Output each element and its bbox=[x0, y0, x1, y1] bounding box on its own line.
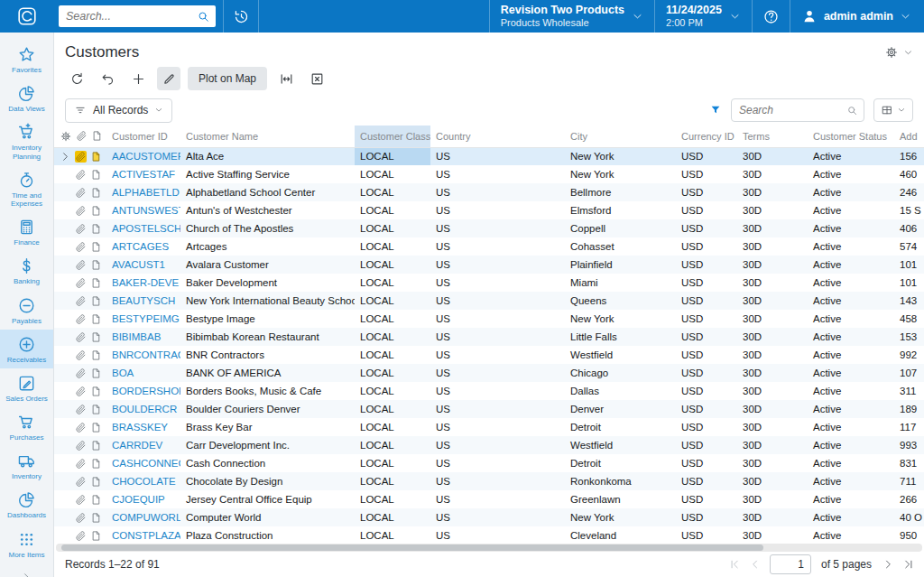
currency-cell[interactable]: USD bbox=[676, 436, 737, 454]
status-cell[interactable]: Active bbox=[808, 147, 894, 165]
status-cell[interactable]: Active bbox=[808, 328, 894, 346]
city-cell[interactable]: Westfield bbox=[565, 346, 676, 364]
sidebar-item-dashboards[interactable]: Dashboards bbox=[0, 485, 53, 524]
customer-name-cell[interactable]: Alta Ace bbox=[180, 147, 355, 165]
notes-column-icon[interactable] bbox=[91, 130, 103, 142]
table-row[interactable]: ANTUNSWEST Antun's of Westchester LOCAL … bbox=[54, 201, 924, 219]
currency-cell[interactable]: USD bbox=[676, 292, 737, 310]
country-cell[interactable]: US bbox=[430, 328, 565, 346]
table-row[interactable]: AVACUST1 Avalara Customer LOCAL US Plain… bbox=[54, 256, 924, 274]
previous-page-button[interactable] bbox=[749, 558, 762, 571]
paperclip-icon[interactable] bbox=[75, 223, 87, 235]
row-expand-icon[interactable] bbox=[60, 241, 71, 253]
city-cell[interactable]: Detroit bbox=[565, 454, 676, 472]
customer-class-cell[interactable]: LOCAL bbox=[355, 201, 430, 219]
country-cell[interactable]: US bbox=[430, 147, 565, 165]
customer-id-link[interactable]: ALPHABETLD bbox=[112, 187, 180, 198]
status-cell[interactable]: Active bbox=[808, 274, 894, 292]
customer-name-cell[interactable]: Computer World bbox=[180, 508, 355, 526]
status-cell[interactable]: Active bbox=[808, 382, 894, 400]
city-cell[interactable]: Little Falls bbox=[565, 328, 676, 346]
city-cell[interactable]: Cleveland bbox=[565, 526, 676, 542]
terms-cell[interactable]: 30D bbox=[737, 508, 808, 526]
row-expand-icon[interactable] bbox=[60, 386, 71, 397]
customer-class-cell[interactable]: LOCAL bbox=[355, 147, 430, 165]
customer-id-link[interactable]: BORDERSHOP bbox=[112, 386, 180, 396]
customer-id-link[interactable]: BNRCONTRAC bbox=[112, 349, 180, 360]
table-row[interactable]: CONSTPLAZA Plaza Construction LOCAL US C… bbox=[54, 526, 924, 542]
column-header-country[interactable]: Country bbox=[430, 126, 565, 147]
address-cell[interactable]: 993 bbox=[894, 436, 924, 454]
status-cell[interactable]: Active bbox=[808, 219, 894, 237]
address-cell[interactable]: 101 bbox=[894, 256, 924, 274]
table-row[interactable]: BNRCONTRAC BNR Contractors LOCAL US West… bbox=[54, 346, 924, 364]
customer-id-link[interactable]: COMPUWORLD bbox=[112, 512, 180, 523]
city-cell[interactable]: Cohasset bbox=[565, 237, 676, 256]
terms-cell[interactable]: 30D bbox=[737, 328, 808, 346]
paperclip-icon[interactable] bbox=[75, 530, 87, 542]
currency-cell[interactable]: USD bbox=[676, 183, 737, 201]
note-icon[interactable] bbox=[90, 151, 102, 163]
paperclip-icon[interactable] bbox=[75, 386, 87, 397]
city-cell[interactable]: Chicago bbox=[565, 364, 676, 382]
address-cell[interactable]: 156 bbox=[894, 147, 924, 165]
customer-id-link[interactable]: CARRDEV bbox=[112, 440, 162, 451]
terms-cell[interactable]: 30D bbox=[737, 219, 808, 237]
country-cell[interactable]: US bbox=[430, 436, 565, 454]
note-icon[interactable] bbox=[90, 223, 102, 235]
address-cell[interactable]: 311 bbox=[894, 382, 924, 400]
sidebar-item-finance[interactable]: Finance bbox=[0, 212, 53, 251]
row-expand-icon[interactable] bbox=[60, 223, 71, 235]
row-expand-icon[interactable] bbox=[60, 494, 71, 506]
sidebar-item-banking[interactable]: Banking bbox=[0, 251, 53, 290]
row-expand-icon[interactable] bbox=[60, 187, 71, 199]
city-cell[interactable]: Elmsford bbox=[565, 201, 676, 219]
city-cell[interactable]: New York bbox=[565, 165, 676, 183]
currency-cell[interactable]: USD bbox=[676, 346, 737, 364]
row-expand-icon[interactable] bbox=[60, 368, 71, 379]
table-row[interactable]: BESTYPEIMG Bestype Image LOCAL US New Yo… bbox=[54, 310, 924, 328]
terms-cell[interactable]: 30D bbox=[737, 400, 808, 418]
currency-cell[interactable]: USD bbox=[676, 364, 737, 382]
city-cell[interactable]: New York bbox=[565, 310, 676, 328]
paperclip-icon[interactable] bbox=[75, 494, 87, 506]
currency-cell[interactable]: USD bbox=[676, 382, 737, 400]
customer-id-link[interactable]: CONSTPLAZA bbox=[112, 530, 180, 541]
customer-id-link[interactable]: AVACUST1 bbox=[112, 259, 165, 270]
help-button[interactable] bbox=[752, 0, 790, 33]
customer-name-cell[interactable]: Active Staffing Service bbox=[180, 165, 355, 183]
city-cell[interactable]: Coppell bbox=[565, 219, 676, 237]
note-icon[interactable] bbox=[90, 205, 102, 217]
paperclip-icon[interactable] bbox=[75, 349, 87, 361]
status-cell[interactable]: Active bbox=[808, 490, 894, 508]
customer-id-link[interactable]: BIBIMBAB bbox=[112, 331, 161, 342]
customer-name-cell[interactable]: Antun's of Westchester bbox=[180, 201, 355, 219]
note-icon[interactable] bbox=[90, 349, 102, 361]
paperclip-icon[interactable] bbox=[75, 277, 87, 289]
table-row[interactable]: BAKER-DEVE Baker Development LOCAL US Mi… bbox=[54, 274, 924, 292]
customer-id-link[interactable]: AACUSTOMER bbox=[112, 151, 180, 162]
sidebar-item-payables[interactable]: Payables bbox=[0, 291, 53, 330]
terms-cell[interactable]: 30D bbox=[737, 454, 808, 472]
note-icon[interactable] bbox=[90, 404, 102, 415]
customer-name-cell[interactable]: Bestype Image bbox=[180, 310, 355, 328]
city-cell[interactable]: Denver bbox=[565, 400, 676, 418]
city-cell[interactable]: Miami bbox=[565, 274, 676, 292]
company-selector[interactable]: Revision Two Products Products Wholesale bbox=[489, 0, 654, 33]
customer-id-link[interactable]: BAKER-DEVE bbox=[112, 277, 179, 288]
table-row[interactable]: BORDERSHOP Borders Books, Music & Cafe L… bbox=[54, 382, 924, 400]
address-cell[interactable]: 15 S bbox=[894, 201, 924, 219]
undo-button[interactable] bbox=[96, 67, 119, 90]
address-cell[interactable]: 711 bbox=[894, 472, 924, 490]
customer-class-cell[interactable]: LOCAL bbox=[355, 364, 430, 382]
country-cell[interactable]: US bbox=[430, 292, 565, 310]
note-icon[interactable] bbox=[90, 277, 102, 289]
table-row[interactable]: BRASSKEY Brass Key Bar LOCAL US Detroit … bbox=[54, 418, 924, 436]
city-cell[interactable]: Greenlawn bbox=[565, 490, 676, 508]
note-icon[interactable] bbox=[90, 187, 102, 199]
customer-name-cell[interactable]: New York International Beauty School Ltd bbox=[180, 292, 355, 310]
column-header-customer-id[interactable]: Customer ID bbox=[106, 126, 180, 147]
filter-tab-all-records[interactable]: All Records bbox=[65, 98, 172, 123]
row-expand-icon[interactable] bbox=[60, 169, 71, 181]
customer-class-cell[interactable]: LOCAL bbox=[355, 292, 430, 310]
